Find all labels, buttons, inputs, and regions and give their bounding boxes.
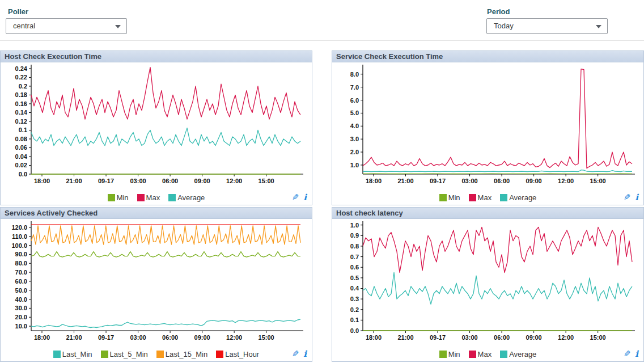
legend-item-last_15_min: Last_15_Min	[156, 350, 207, 358]
y-axis-tick-label: 100.0	[11, 242, 27, 249]
chart-title: Host check latency	[332, 208, 643, 219]
info-icon[interactable]: i	[303, 349, 307, 359]
legend-swatch	[53, 351, 61, 358]
series-average-line	[31, 128, 300, 146]
edit-pencil-icon[interactable]: ✎	[292, 349, 299, 359]
line-chart: 0.00.020.040.060.080.10.120.140.160.180.…	[3, 64, 307, 192]
x-axis-tick-label: 09-17	[98, 334, 114, 341]
y-axis-tick-label: 8.0	[350, 71, 359, 78]
y-axis-tick-label: 0.9	[350, 232, 359, 239]
series-average-line	[363, 273, 632, 305]
legend-label: Last_15_Min	[166, 350, 207, 358]
legend-label: Min	[448, 350, 460, 358]
legend-label: Last_5_Min	[110, 350, 148, 358]
x-axis-tick-label: 09-17	[430, 334, 446, 341]
chart-title: Host Check Execution Time	[1, 51, 312, 62]
y-axis-tick-label: 0.5	[350, 275, 359, 281]
y-axis-tick-label: 0.06	[15, 144, 27, 151]
chevron-down-icon	[596, 25, 601, 28]
x-axis-tick-label: 18:00	[34, 178, 50, 184]
x-axis-tick-label: 06:00	[494, 334, 510, 341]
legend-item-max: Max	[469, 193, 492, 202]
y-axis-tick-label: 1.0	[350, 222, 359, 229]
legend-label: Max	[478, 193, 492, 202]
y-axis-tick-label: 7.0	[350, 84, 359, 91]
chart-panel-services-actively-checked: Services Actively Checked 10.020.030.040…	[0, 207, 312, 362]
info-icon[interactable]: i	[635, 192, 638, 202]
legend-swatch	[469, 351, 476, 358]
edit-pencil-icon[interactable]: ✎	[624, 192, 631, 202]
y-axis-tick-label: 80.0	[15, 260, 27, 267]
x-axis-tick-label: 21:00	[66, 334, 82, 341]
x-axis-tick-label: 06:00	[494, 178, 510, 184]
y-axis-tick-label: 0.1	[350, 316, 359, 323]
x-axis-tick-label: 09:00	[526, 178, 542, 184]
y-axis-tick-label: 60.0	[15, 278, 27, 285]
y-axis-tick-label: 70.0	[15, 269, 27, 276]
y-axis-tick-label: 0.18	[15, 91, 27, 98]
x-axis-tick-label: 21:00	[397, 334, 413, 341]
x-axis-tick-label: 03:00	[130, 178, 146, 184]
y-axis-tick-label: 0.2	[19, 83, 27, 90]
legend-label: Min	[117, 193, 129, 202]
chart-actions: ✎ i	[624, 192, 638, 203]
x-axis-tick-label: 09:00	[194, 334, 210, 341]
period-select[interactable]: Today	[486, 18, 608, 34]
y-axis-tick-label: 3.0	[350, 136, 359, 142]
x-axis-tick-label: 09:00	[194, 178, 210, 184]
legend-item-min: Min	[108, 193, 129, 202]
x-axis-tick-label: 12:00	[226, 178, 242, 184]
legend-swatch	[101, 351, 108, 358]
series-max-line	[363, 227, 632, 273]
x-axis-tick-label: 03:00	[462, 178, 478, 184]
y-axis-tick-label: 0.7	[350, 254, 359, 260]
y-axis-tick-label: 0.24	[15, 65, 28, 72]
x-axis-tick-label: 21:00	[66, 178, 82, 184]
chart-panel-host-check-execution-time: Host Check Execution Time 0.00.020.040.0…	[0, 50, 312, 205]
info-icon[interactable]: i	[635, 349, 638, 359]
poller-selected-value: central	[13, 22, 35, 30]
info-icon[interactable]: i	[303, 192, 307, 202]
chart-footer: MinMaxAverage ✎ i	[332, 348, 643, 360]
y-axis-tick-label: 120.0	[11, 224, 27, 231]
legend-item-average: Average	[500, 193, 536, 202]
legend-label: Last_Hour	[225, 350, 259, 358]
chart-legend: MinMaxAverage	[332, 192, 643, 203]
legend-swatch	[439, 351, 447, 358]
y-axis-tick-label: 0.22	[15, 74, 27, 81]
y-axis-tick-label: 0.14	[15, 109, 28, 116]
legend-swatch	[469, 194, 476, 201]
y-axis-tick-label: 2.0	[350, 149, 359, 155]
x-axis-tick-label: 21:00	[397, 178, 413, 184]
x-axis-tick-label: 15:00	[590, 334, 606, 341]
chart-footer: MinMaxAverage ✎ i	[332, 192, 643, 203]
series-average-line	[363, 170, 632, 172]
y-axis-tick-label: 6.0	[350, 97, 359, 104]
y-axis-tick-label: 40.0	[15, 296, 27, 303]
legend-label: Last_Min	[62, 350, 92, 358]
y-axis-tick-label: 0.4	[350, 285, 359, 292]
chart-actions: ✎ i	[292, 192, 307, 203]
line-chart: 1.02.03.04.05.06.07.08.018:0021:0009-170…	[334, 64, 639, 192]
legend-item-min: Min	[439, 350, 460, 358]
y-axis-tick-label: 0.02	[15, 162, 27, 168]
edit-pencil-icon[interactable]: ✎	[292, 192, 299, 202]
y-axis-tick-label: 5.0	[350, 109, 359, 116]
line-chart: 10.020.030.040.050.060.070.080.090.0100.…	[3, 220, 307, 348]
edit-pencil-icon[interactable]: ✎	[624, 349, 631, 359]
x-axis-tick-label: 12:00	[226, 334, 242, 341]
y-axis-tick-label: 10.0	[15, 323, 27, 330]
chart-actions: ✎ i	[624, 348, 638, 360]
y-axis-tick-label: 1.0	[350, 162, 359, 168]
x-axis-tick-label: 03:00	[462, 334, 478, 341]
chart-panel-host-check-latency: Host check latency 0.00.10.20.30.40.50.6…	[332, 207, 644, 362]
poller-select[interactable]: central	[6, 18, 127, 34]
series-max-line	[31, 67, 300, 120]
y-axis-tick-label: 0.04	[15, 153, 28, 160]
chevron-down-icon	[115, 25, 121, 28]
y-axis-tick-label: 0.8	[350, 243, 359, 250]
x-axis-tick-label: 06:00	[162, 334, 178, 341]
legend-item-last_hour: Last_Hour	[216, 350, 259, 358]
series-max-line	[363, 69, 632, 168]
legend-item-min: Min	[439, 193, 460, 202]
